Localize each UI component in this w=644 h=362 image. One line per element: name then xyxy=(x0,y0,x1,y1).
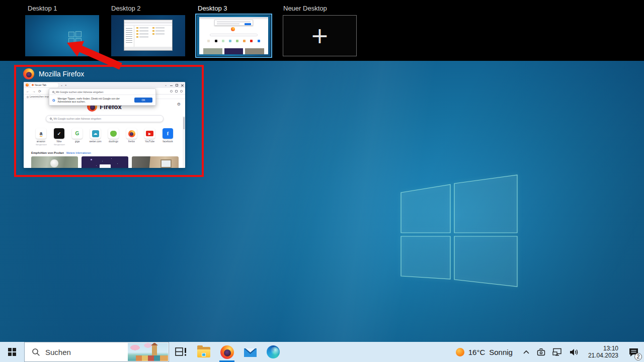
desktop-3-label: Desktop 3 xyxy=(198,5,227,12)
desktop-3-wallpaper xyxy=(197,15,271,56)
annotation-red-rectangle xyxy=(14,65,204,177)
taskbar: Suchen 16°C xyxy=(0,342,644,362)
task-view-icon xyxy=(175,347,187,357)
mini-shortcut-row xyxy=(207,40,260,42)
meet-now-camera-icon xyxy=(536,347,546,356)
plus-icon: + xyxy=(310,27,329,44)
task-view-button[interactable] xyxy=(169,342,192,362)
mini-firefox-tabbar xyxy=(199,17,268,19)
mini-pocket-row xyxy=(203,48,264,54)
houses-illustration xyxy=(136,355,168,361)
volume-icon xyxy=(569,348,579,356)
sun-weather-icon xyxy=(456,348,464,356)
temperature: 16°C xyxy=(468,348,486,356)
edge-button[interactable] xyxy=(262,342,285,362)
file-explorer-icon xyxy=(197,347,210,357)
weather-condition: Sonnig xyxy=(489,348,513,356)
volume-button[interactable] xyxy=(569,348,579,356)
search-highlight-image[interactable] xyxy=(128,343,168,361)
firefox-icon xyxy=(220,345,234,359)
system-tray: 16°C Sonnig xyxy=(456,342,644,362)
mail-icon xyxy=(244,347,257,357)
notification-count-badge: 2 xyxy=(634,353,642,360)
mini-explorer-files xyxy=(134,26,172,47)
chevron-up-icon xyxy=(523,349,530,354)
annotation-red-arrow xyxy=(50,30,131,73)
taskbar-search-box[interactable]: Suchen xyxy=(24,342,169,362)
time: 13:10 xyxy=(603,345,618,352)
file-explorer-button[interactable] xyxy=(192,342,215,362)
desktop-3-thumbnail-selected[interactable] xyxy=(195,14,272,58)
desktop-1-label: Desktop 1 xyxy=(28,5,57,12)
mail-button[interactable] xyxy=(238,342,262,362)
mini-firefox-window xyxy=(199,17,268,54)
network-button[interactable] xyxy=(552,348,562,356)
start-button[interactable] xyxy=(0,342,24,362)
desktop-2-label: Desktop 2 xyxy=(111,5,141,12)
mini-ok-button xyxy=(245,23,251,25)
mini-firefox-dropdown xyxy=(214,20,253,26)
date: 21.04.2023 xyxy=(588,352,618,359)
network-icon xyxy=(552,348,562,356)
firefox-taskbar-button[interactable] xyxy=(215,342,238,362)
windows-logo xyxy=(382,169,528,300)
mini-firefox-logo xyxy=(231,27,235,31)
mini-explorer-window xyxy=(124,20,173,51)
action-center-button[interactable]: 2 xyxy=(625,342,642,362)
show-hidden-icons-button[interactable] xyxy=(523,349,530,354)
search-icon xyxy=(32,348,40,356)
meet-now-button[interactable] xyxy=(536,347,546,356)
search-placeholder: Suchen xyxy=(45,348,71,356)
windows-task-view-screen: { "taskview": { "desktops": [ { "label":… xyxy=(0,0,644,362)
mini-search-pill xyxy=(210,34,258,36)
weather-widget[interactable]: 16°C Sonnig xyxy=(456,348,513,356)
new-desktop-label: Neuer Desktop xyxy=(283,5,327,12)
clock[interactable]: 13:10 21.04.2023 xyxy=(588,345,618,359)
windows-start-icon xyxy=(8,348,16,356)
new-desktop-button[interactable]: + xyxy=(283,15,357,56)
edge-icon xyxy=(267,345,280,358)
